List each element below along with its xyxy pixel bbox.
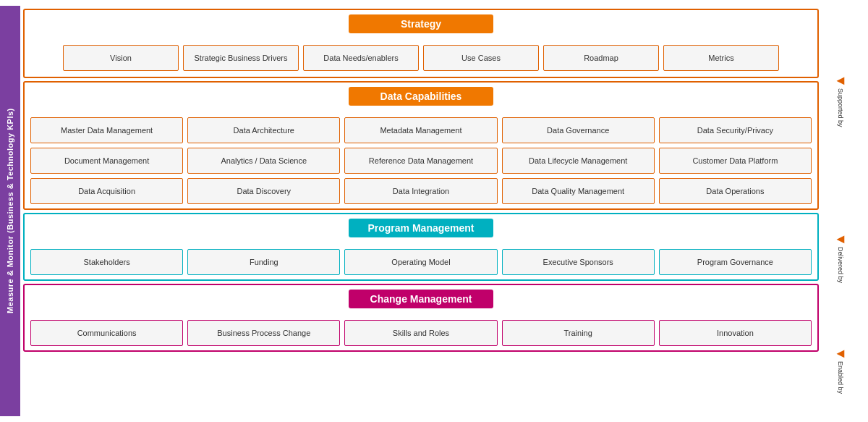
list-item: Use Cases — [423, 45, 539, 71]
capabilities-header: Data Capabilities — [349, 87, 493, 106]
outer-wrapper: Measure & Monitor (Business & Technology… — [0, 0, 868, 422]
list-item: Data Operations — [659, 178, 812, 204]
list-item: Data Needs/enablers — [303, 45, 419, 71]
list-item: Data Integration — [344, 178, 497, 204]
list-item: Data Governance — [502, 117, 655, 143]
supported-by-label: ◄ Supported by — [819, 9, 862, 188]
strategy-section: Strategy Vision Strategic Business Drive… — [23, 9, 819, 78]
list-item: Metadata Management — [344, 117, 497, 143]
list-item: Data Acquisition — [30, 178, 183, 204]
list-item: Master Data Management — [30, 117, 183, 143]
strategy-header: Strategy — [349, 14, 493, 33]
list-item: Vision — [63, 45, 179, 71]
list-item: Data Lifecycle Management — [502, 148, 655, 174]
enabled-by-arrow: ◄ — [834, 346, 847, 361]
change-management-section: Change Management Communications Busines… — [23, 284, 819, 352]
supported-by-arrow: ◄ — [834, 73, 847, 88]
list-item: Metrics — [663, 45, 779, 71]
strategy-items: Vision Strategic Business Drivers Data N… — [30, 45, 812, 71]
list-item: Stakeholders — [30, 249, 183, 275]
list-item: Data Security/Privacy — [659, 117, 812, 143]
enabled-by-label: ◄ Enabled by — [819, 324, 862, 413]
list-item: Communications — [30, 320, 183, 346]
pm-header: Program Management — [349, 219, 493, 237]
list-item: Customer Data Platform — [659, 148, 812, 174]
left-vertical-label: Measure & Monitor (Business & Technology… — [0, 6, 20, 416]
list-item: Executive Sponsors — [502, 249, 655, 275]
list-item: Innovation — [659, 320, 812, 346]
list-item: Data Discovery — [187, 178, 340, 204]
list-item: Roadmap — [543, 45, 659, 71]
delivered-by-arrow: ◄ — [834, 232, 847, 247]
list-item: Program Governance — [659, 249, 812, 275]
delivered-by-label: ◄ Delivered by — [819, 188, 862, 323]
program-management-section: Program Management Stakeholders Funding … — [23, 213, 819, 281]
pm-items: Stakeholders Funding Operating Model Exe… — [30, 249, 812, 275]
list-item: Operating Model — [344, 249, 497, 275]
list-item: Reference Data Management — [344, 148, 497, 174]
capabilities-grid: Master Data Management Data Architecture… — [30, 117, 812, 204]
cm-header: Change Management — [349, 290, 493, 308]
cm-items: Communications Business Process Change S… — [30, 320, 812, 346]
list-item: Skills and Roles — [344, 320, 497, 346]
list-item: Business Process Change — [187, 320, 340, 346]
list-item: Data Quality Management — [502, 178, 655, 204]
list-item: Training — [502, 320, 655, 346]
list-item: Data Architecture — [187, 117, 340, 143]
list-item: Strategic Business Drivers — [183, 45, 299, 71]
list-item: Funding — [187, 249, 340, 275]
capabilities-section: Data Capabilities Master Data Management… — [23, 81, 819, 210]
main-content: Strategy Vision Strategic Business Drive… — [20, 6, 819, 416]
right-labels: ◄ Supported by ◄ Delivered by ◄ Enabled … — [819, 6, 862, 416]
list-item: Analytics / Data Science — [187, 148, 340, 174]
list-item: Document Management — [30, 148, 183, 174]
